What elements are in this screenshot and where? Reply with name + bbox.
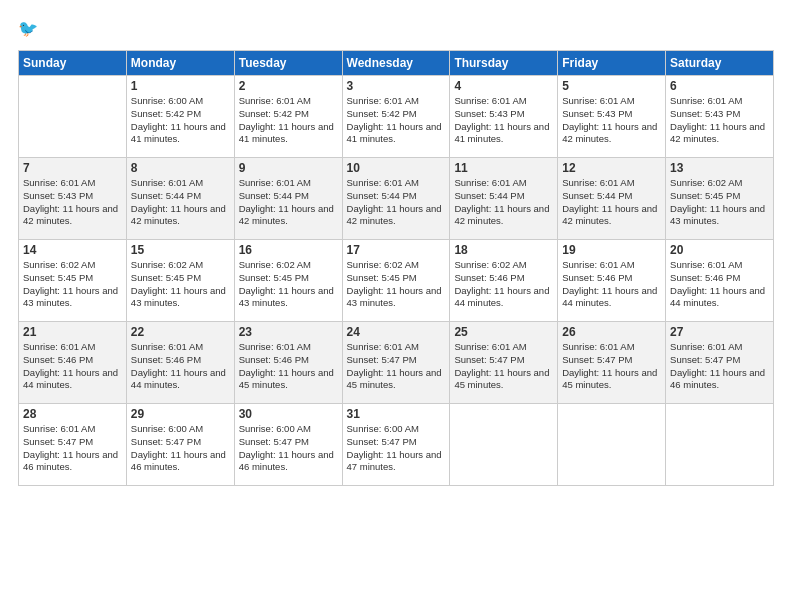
day-number: 6 <box>670 79 769 93</box>
day-info: Sunrise: 6:01 AMSunset: 5:46 PMDaylight:… <box>131 341 230 392</box>
col-friday: Friday <box>558 51 666 76</box>
calendar-page: 🐦 Sunday Monday Tuesday Wednesday Thursd… <box>0 0 792 612</box>
day-number: 23 <box>239 325 338 339</box>
table-row: 11Sunrise: 6:01 AMSunset: 5:44 PMDayligh… <box>450 158 558 240</box>
day-number: 14 <box>23 243 122 257</box>
table-row: 29Sunrise: 6:00 AMSunset: 5:47 PMDayligh… <box>126 404 234 486</box>
day-number: 1 <box>131 79 230 93</box>
day-number: 4 <box>454 79 553 93</box>
day-info: Sunrise: 6:00 AMSunset: 5:42 PMDaylight:… <box>131 95 230 146</box>
col-monday: Monday <box>126 51 234 76</box>
table-row: 25Sunrise: 6:01 AMSunset: 5:47 PMDayligh… <box>450 322 558 404</box>
day-info: Sunrise: 6:01 AMSunset: 5:43 PMDaylight:… <box>670 95 769 146</box>
table-row: 31Sunrise: 6:00 AMSunset: 5:47 PMDayligh… <box>342 404 450 486</box>
day-number: 24 <box>347 325 446 339</box>
table-row: 18Sunrise: 6:02 AMSunset: 5:46 PMDayligh… <box>450 240 558 322</box>
day-number: 27 <box>670 325 769 339</box>
day-info: Sunrise: 6:01 AMSunset: 5:46 PMDaylight:… <box>562 259 661 310</box>
day-info: Sunrise: 6:00 AMSunset: 5:47 PMDaylight:… <box>131 423 230 474</box>
calendar-week-row: 14Sunrise: 6:02 AMSunset: 5:45 PMDayligh… <box>19 240 774 322</box>
svg-text:🐦: 🐦 <box>18 19 39 38</box>
calendar-week-row: 1Sunrise: 6:00 AMSunset: 5:42 PMDaylight… <box>19 76 774 158</box>
day-number: 18 <box>454 243 553 257</box>
day-info: Sunrise: 6:02 AMSunset: 5:45 PMDaylight:… <box>347 259 446 310</box>
day-number: 25 <box>454 325 553 339</box>
day-info: Sunrise: 6:01 AMSunset: 5:44 PMDaylight:… <box>454 177 553 228</box>
day-info: Sunrise: 6:02 AMSunset: 5:45 PMDaylight:… <box>131 259 230 310</box>
day-info: Sunrise: 6:01 AMSunset: 5:43 PMDaylight:… <box>562 95 661 146</box>
table-row: 14Sunrise: 6:02 AMSunset: 5:45 PMDayligh… <box>19 240 127 322</box>
day-info: Sunrise: 6:01 AMSunset: 5:46 PMDaylight:… <box>239 341 338 392</box>
day-info: Sunrise: 6:01 AMSunset: 5:44 PMDaylight:… <box>347 177 446 228</box>
day-info: Sunrise: 6:01 AMSunset: 5:47 PMDaylight:… <box>670 341 769 392</box>
day-info: Sunrise: 6:02 AMSunset: 5:45 PMDaylight:… <box>23 259 122 310</box>
table-row: 30Sunrise: 6:00 AMSunset: 5:47 PMDayligh… <box>234 404 342 486</box>
calendar-week-row: 21Sunrise: 6:01 AMSunset: 5:46 PMDayligh… <box>19 322 774 404</box>
table-row <box>558 404 666 486</box>
day-number: 11 <box>454 161 553 175</box>
day-info: Sunrise: 6:02 AMSunset: 5:45 PMDaylight:… <box>239 259 338 310</box>
day-number: 2 <box>239 79 338 93</box>
day-number: 8 <box>131 161 230 175</box>
day-number: 15 <box>131 243 230 257</box>
table-row <box>19 76 127 158</box>
calendar-week-row: 7Sunrise: 6:01 AMSunset: 5:43 PMDaylight… <box>19 158 774 240</box>
col-sunday: Sunday <box>19 51 127 76</box>
day-number: 26 <box>562 325 661 339</box>
day-info: Sunrise: 6:02 AMSunset: 5:45 PMDaylight:… <box>670 177 769 228</box>
logo-area: 🐦 <box>18 18 42 40</box>
table-row: 21Sunrise: 6:01 AMSunset: 5:46 PMDayligh… <box>19 322 127 404</box>
table-row <box>450 404 558 486</box>
table-row: 17Sunrise: 6:02 AMSunset: 5:45 PMDayligh… <box>342 240 450 322</box>
table-row: 12Sunrise: 6:01 AMSunset: 5:44 PMDayligh… <box>558 158 666 240</box>
col-saturday: Saturday <box>666 51 774 76</box>
day-number: 21 <box>23 325 122 339</box>
table-row: 13Sunrise: 6:02 AMSunset: 5:45 PMDayligh… <box>666 158 774 240</box>
day-info: Sunrise: 6:01 AMSunset: 5:44 PMDaylight:… <box>239 177 338 228</box>
day-number: 19 <box>562 243 661 257</box>
table-row: 19Sunrise: 6:01 AMSunset: 5:46 PMDayligh… <box>558 240 666 322</box>
table-row: 1Sunrise: 6:00 AMSunset: 5:42 PMDaylight… <box>126 76 234 158</box>
day-number: 31 <box>347 407 446 421</box>
day-number: 20 <box>670 243 769 257</box>
table-row: 2Sunrise: 6:01 AMSunset: 5:42 PMDaylight… <box>234 76 342 158</box>
table-row: 10Sunrise: 6:01 AMSunset: 5:44 PMDayligh… <box>342 158 450 240</box>
day-info: Sunrise: 6:01 AMSunset: 5:43 PMDaylight:… <box>454 95 553 146</box>
day-info: Sunrise: 6:01 AMSunset: 5:47 PMDaylight:… <box>562 341 661 392</box>
day-number: 9 <box>239 161 338 175</box>
day-info: Sunrise: 6:01 AMSunset: 5:47 PMDaylight:… <box>454 341 553 392</box>
table-row: 9Sunrise: 6:01 AMSunset: 5:44 PMDaylight… <box>234 158 342 240</box>
table-row <box>666 404 774 486</box>
table-row: 15Sunrise: 6:02 AMSunset: 5:45 PMDayligh… <box>126 240 234 322</box>
col-tuesday: Tuesday <box>234 51 342 76</box>
page-header: 🐦 <box>18 18 774 40</box>
table-row: 26Sunrise: 6:01 AMSunset: 5:47 PMDayligh… <box>558 322 666 404</box>
table-row: 5Sunrise: 6:01 AMSunset: 5:43 PMDaylight… <box>558 76 666 158</box>
day-info: Sunrise: 6:01 AMSunset: 5:46 PMDaylight:… <box>670 259 769 310</box>
table-row: 4Sunrise: 6:01 AMSunset: 5:43 PMDaylight… <box>450 76 558 158</box>
calendar-week-row: 28Sunrise: 6:01 AMSunset: 5:47 PMDayligh… <box>19 404 774 486</box>
day-info: Sunrise: 6:01 AMSunset: 5:47 PMDaylight:… <box>347 341 446 392</box>
table-row: 6Sunrise: 6:01 AMSunset: 5:43 PMDaylight… <box>666 76 774 158</box>
day-number: 13 <box>670 161 769 175</box>
col-thursday: Thursday <box>450 51 558 76</box>
day-info: Sunrise: 6:02 AMSunset: 5:46 PMDaylight:… <box>454 259 553 310</box>
day-info: Sunrise: 6:01 AMSunset: 5:42 PMDaylight:… <box>239 95 338 146</box>
table-row: 20Sunrise: 6:01 AMSunset: 5:46 PMDayligh… <box>666 240 774 322</box>
day-number: 22 <box>131 325 230 339</box>
col-wednesday: Wednesday <box>342 51 450 76</box>
day-number: 17 <box>347 243 446 257</box>
day-number: 30 <box>239 407 338 421</box>
table-row: 7Sunrise: 6:01 AMSunset: 5:43 PMDaylight… <box>19 158 127 240</box>
day-info: Sunrise: 6:01 AMSunset: 5:42 PMDaylight:… <box>347 95 446 146</box>
day-number: 5 <box>562 79 661 93</box>
day-info: Sunrise: 6:01 AMSunset: 5:47 PMDaylight:… <box>23 423 122 474</box>
day-info: Sunrise: 6:00 AMSunset: 5:47 PMDaylight:… <box>239 423 338 474</box>
day-number: 29 <box>131 407 230 421</box>
day-number: 7 <box>23 161 122 175</box>
day-number: 28 <box>23 407 122 421</box>
day-number: 16 <box>239 243 338 257</box>
day-info: Sunrise: 6:01 AMSunset: 5:43 PMDaylight:… <box>23 177 122 228</box>
day-number: 3 <box>347 79 446 93</box>
day-info: Sunrise: 6:01 AMSunset: 5:46 PMDaylight:… <box>23 341 122 392</box>
